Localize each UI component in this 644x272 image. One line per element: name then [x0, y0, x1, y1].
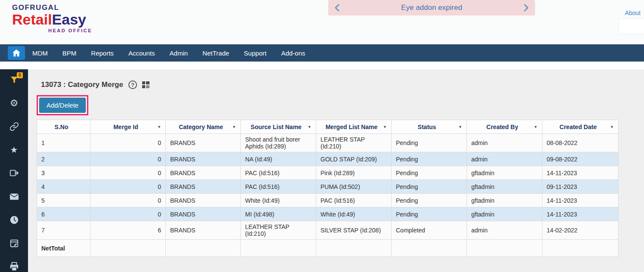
nav-item-support[interactable]: Support	[239, 49, 271, 57]
nav-item-nettrade[interactable]: NetTrade	[198, 49, 234, 57]
cell-merged: LEATHER STAP (Id:210)	[316, 134, 392, 152]
schedule-edit-icon[interactable]	[9, 238, 20, 249]
table-footer-row: NetTotal	[37, 240, 619, 257]
footer-empty-cell	[542, 240, 619, 257]
home-button[interactable]	[8, 46, 25, 60]
cell-merged: SILVER STAP (Id:208)	[316, 221, 392, 240]
product-name: RetailEasy	[12, 12, 92, 28]
cell-created_date: 09-08-2022	[542, 152, 619, 166]
cell-created_by: admin	[467, 152, 542, 166]
favorites-star-icon[interactable]	[9, 145, 20, 155]
cell-merge_id: 0	[90, 134, 166, 152]
sort-dropdown-icon[interactable]: ▼	[308, 125, 311, 129]
cell-source: White (Id:49)	[241, 194, 316, 207]
notification-banner: Eye addon expired	[328, 0, 535, 15]
cell-merged: White (Id:49)	[316, 207, 392, 221]
chevron-left-icon[interactable]	[334, 4, 339, 12]
cell-category: BRANDS	[166, 194, 241, 207]
title-row: 13073 : Category Merge ?	[41, 80, 644, 89]
nav-items: MDMBPMReportsAccountsAdminNetTradeSuppor…	[25, 49, 313, 57]
column-label: Created Date	[560, 124, 597, 130]
side-toolbar: 0	[0, 69, 28, 272]
about-link[interactable]: About	[625, 9, 641, 16]
table-row[interactable]: 50BRANDSWhite (Id:49)PAC (Id:516)Pending…	[37, 194, 619, 207]
cell-merge_id: 0	[90, 207, 166, 221]
footer-empty-cell	[392, 240, 467, 257]
cell-sno: 1	[37, 134, 90, 152]
cell-source: MI (Id:498)	[241, 207, 316, 221]
nav-item-admin[interactable]: Admin	[165, 49, 193, 57]
column-header-category-name[interactable]: Category Name▼	[166, 120, 241, 134]
filter-icon[interactable]: 0	[9, 74, 20, 85]
nav-item-reports[interactable]: Reports	[86, 49, 118, 57]
product-name-red: Retail	[12, 11, 52, 28]
cell-created_date: 14-11-2023	[542, 166, 619, 180]
column-header-status[interactable]: Status▼	[392, 120, 467, 134]
cell-merged: Pink (Id:289)	[316, 166, 392, 180]
grid-icon[interactable]	[142, 81, 149, 88]
table-row[interactable]: 40BRANDSPAC (Id:516)PUMA (Id:502)Pending…	[37, 180, 619, 194]
cell-status: Pending	[392, 180, 467, 194]
column-label: Merge Id	[113, 124, 138, 130]
cell-created_by: admin	[467, 221, 542, 240]
table-row[interactable]: 10BRANDSShoot and fruit borer Aphids (Id…	[37, 134, 619, 152]
column-header-created-date[interactable]: Created Date▼	[542, 120, 619, 134]
sort-dropdown-icon[interactable]: ▼	[458, 125, 462, 129]
cell-created_by: gftadmin	[467, 194, 542, 207]
cell-category: BRANDS	[166, 180, 241, 194]
cell-category: BRANDS	[166, 207, 241, 221]
sort-dropdown-icon[interactable]: ▼	[610, 125, 614, 129]
nav-item-accounts[interactable]: Accounts	[124, 49, 160, 57]
cell-created_date: 14-11-2023	[542, 194, 619, 207]
cell-category: BRANDS	[166, 166, 241, 180]
cell-category: BRANDS	[166, 221, 241, 240]
column-label: Category Name	[179, 124, 223, 130]
table-row[interactable]: 20BRANDSNA (Id:49)GOLD STAP (Id:209)Pend…	[37, 152, 619, 166]
mail-icon[interactable]	[9, 191, 20, 202]
table-row[interactable]: 76BRANDSLEATHER STAP (Id:210)SILVER STAP…	[37, 221, 619, 240]
cell-created_by: gftadmin	[467, 166, 542, 180]
brand-subtitle: HEAD OFFICE	[48, 28, 92, 33]
cell-source: PAC (Id:516)	[241, 166, 316, 180]
column-header-source-list-name[interactable]: Source List Name▼	[241, 120, 316, 134]
help-icon[interactable]: ?	[128, 80, 137, 89]
cell-merge_id: 0	[90, 180, 166, 194]
cell-status: Pending	[392, 194, 467, 207]
column-label: Merged List Name	[326, 124, 378, 130]
add-delete-button[interactable]: Add/Delete	[39, 98, 86, 113]
column-label: Status	[418, 124, 436, 130]
sort-dropdown-icon[interactable]: ▼	[534, 125, 538, 129]
cell-created_date: 08-08-2022	[542, 134, 619, 152]
sort-dropdown-icon[interactable]: ▼	[157, 125, 161, 129]
column-header-merge-id[interactable]: Merge Id▼	[90, 120, 166, 134]
nav-item-add-ons[interactable]: Add-ons	[277, 49, 310, 57]
sort-dropdown-icon[interactable]: ▼	[232, 125, 236, 129]
cell-created_by: gftadmin	[467, 180, 542, 194]
cell-created_date: 14-02-2022	[542, 221, 619, 240]
cell-created_by: gftadmin	[467, 207, 542, 221]
footer-empty-cell	[241, 240, 316, 257]
nav-item-bpm[interactable]: BPM	[58, 49, 81, 57]
filter-badge: 0	[17, 72, 23, 78]
table-body: 10BRANDSShoot and fruit borer Aphids (Id…	[37, 134, 619, 240]
chevron-right-icon[interactable]	[524, 4, 529, 12]
table-row[interactable]: 30BRANDSPAC (Id:516)Pink (Id:289)Pending…	[37, 166, 619, 180]
footer-empty-cell	[467, 240, 542, 257]
cell-merged: GOLD STAP (Id:209)	[316, 152, 392, 166]
column-label: S.No	[55, 124, 68, 130]
cell-source: Shoot and fruit borer Aphids (Id:289)	[241, 134, 316, 152]
link-icon[interactable]	[9, 121, 20, 132]
app-logo: GOFRUGAL RetailEasy HEAD OFFICE	[12, 3, 92, 33]
send-icon[interactable]	[9, 168, 20, 179]
sort-dropdown-icon[interactable]: ▼	[383, 125, 387, 129]
cell-merge_id: 0	[90, 166, 166, 180]
cell-merge_id: 6	[90, 221, 166, 240]
table-header-row: S.NoMerge Id▼Category Name▼Source List N…	[37, 120, 619, 134]
table-row[interactable]: 60BRANDSMI (Id:498)White (Id:49)Pendingg…	[37, 207, 619, 221]
settings-icon[interactable]	[9, 98, 20, 108]
column-header-created-by[interactable]: Created By▼	[467, 120, 542, 134]
column-header-merged-list-name[interactable]: Merged List Name▼	[316, 120, 392, 134]
print-icon[interactable]	[9, 261, 20, 272]
history-clock-icon[interactable]	[9, 214, 20, 225]
nav-item-mdm[interactable]: MDM	[28, 49, 53, 57]
